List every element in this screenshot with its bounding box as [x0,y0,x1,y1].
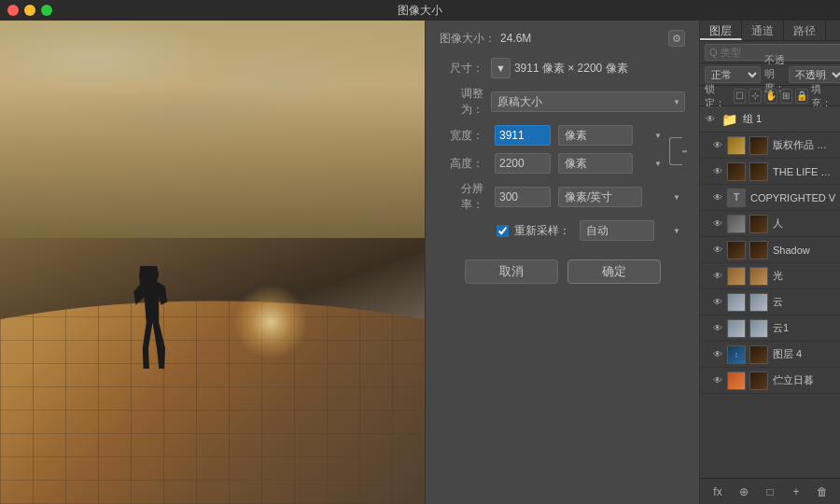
tab-paths[interactable]: 路径 [784,21,826,40]
thumb-group1: 📁 [720,110,738,129]
thumb-lifemold [727,162,746,181]
height-unit-wrapper: 像素 [558,153,666,174]
eye-icon-group1[interactable]: 👁 [704,113,717,126]
layer-name-sunset: 伫立日暮 [771,373,836,387]
thumb-copyrighted: T [727,189,746,207]
layers-lock-row: 锁定： ☐ ⊹ ✋ ⊞ 🔒 填充： [700,86,840,106]
layers-bottom: fx ⊕ □ + 🗑 [700,478,840,504]
height-unit-select[interactable]: 像素 [558,153,633,174]
thumb-shadow-mask [749,241,768,259]
resample-row: 重新采样： 自动 [440,220,685,241]
layer-name-shadow: Shadow [771,245,836,256]
ok-button[interactable]: 确定 [567,259,661,284]
layer-item-cloud1[interactable]: 👁 云1 [700,315,840,342]
eye-icon-lifemold[interactable]: 👁 [711,165,724,178]
proportional-link-icon [669,137,682,165]
wh-container: 宽度： 像素 高度： 像素 [440,125,685,181]
cloud-layer [0,21,425,262]
dialog-panel: 图像大小： 24.6M ⚙ 尺寸： ▼ 3911 像素 × 2200 像素 调整… [425,21,700,504]
resample-label: 重新采样： [514,223,570,239]
height-label: 高度： [440,156,491,172]
eye-icon-copyright[interactable]: 👁 [711,139,724,152]
eye-icon-cloud[interactable]: 👁 [711,296,724,309]
minimize-button[interactable] [24,5,35,16]
dim-label: 尺寸： [440,61,491,77]
eye-icon-cloud1[interactable]: 👁 [711,322,724,335]
layer-name-copyrighted: COPYRIGHTED V [749,192,836,203]
eye-icon-copyrighted[interactable]: 👁 [711,191,724,204]
lock-artboard-btn[interactable]: ⊞ [780,89,792,104]
fill-label: 填充： [811,82,835,110]
resample-checkbox[interactable] [497,225,509,237]
layer-name-copyright: 版权作品 拷贝 2 [771,138,836,152]
adjust-select-wrapper: 原稿大小 [491,91,685,112]
new-group-button[interactable]: □ [761,483,779,501]
new-layer-button[interactable]: + [787,483,805,501]
thumb-cloud1 [727,319,746,338]
eye-icon-sunset[interactable]: 👁 [711,374,724,387]
tab-channels[interactable]: 通道 [742,21,784,40]
eye-icon-layer4[interactable]: 👁 [711,348,724,361]
resample-mode-select[interactable]: 自动 [580,220,654,241]
layer-item-sunset[interactable]: 👁 伫立日暮 [700,368,840,394]
width-unit-select[interactable]: 像素 [558,125,633,146]
width-row: 宽度： 像素 [440,125,666,146]
eye-icon-shadow[interactable]: 👁 [711,244,724,257]
lock-all-btn[interactable]: 🔒 [795,89,808,104]
lock-transparency-btn[interactable]: ☐ [734,89,746,104]
dialog-header: 图像大小： 24.6M ⚙ [440,30,685,47]
layer-item-lifemold[interactable]: 👁 THE LIFE MOLD [700,159,840,185]
layer-name-cloud1: 云1 [771,321,836,335]
canvas-image [0,21,425,504]
adjust-row: 调整为： 原稿大小 [440,86,685,118]
width-label: 宽度： [440,128,491,144]
resolution-input[interactable] [495,187,551,207]
res-unit-select[interactable]: 像素/英寸 [558,187,642,207]
window-controls[interactable] [7,5,52,16]
layer-name-layer4: 图层 4 [771,347,836,361]
blend-mode-select[interactable]: 正常 [705,66,761,83]
layer-item-layer4[interactable]: 👁 ↕ 图层 4 [700,342,840,368]
width-input[interactable] [495,125,551,146]
tab-layers[interactable]: 图层 [700,21,742,40]
thumb-cloud1-mask [749,319,768,338]
thumb-sunset [727,371,746,390]
opacity-select[interactable]: 不透明度： [789,66,840,83]
eye-icon-light[interactable]: 👁 [711,270,724,283]
layer-item-cloud[interactable]: 👁 云 [700,289,840,315]
layer-item-copyrighted[interactable]: 👁 T COPYRIGHTED V [700,185,840,211]
layer-item-copyright[interactable]: 👁 版权作品 拷贝 2 [700,133,840,159]
layer-item-shadow[interactable]: 👁 Shadow [700,237,840,263]
height-input[interactable] [495,153,551,174]
dim-dropdown[interactable]: ▼ [491,58,511,78]
layer-item-person[interactable]: 👁 人 [700,211,840,237]
main-area: 图像大小： 24.6M ⚙ 尺寸： ▼ 3911 像素 × 2200 像素 调整… [0,21,840,504]
layer-item-light[interactable]: 👁 光 [700,263,840,289]
gear-button[interactable]: ⚙ [668,30,685,47]
layer-item-group1[interactable]: 👁 📁 组 1 [700,106,840,133]
adjust-select[interactable]: 原稿大小 [491,91,685,112]
dialog-buttons: 取消 确定 [440,259,685,284]
thumb-light [727,267,746,286]
size-value: 24.6M [500,32,531,45]
lock-paint-btn[interactable]: ⊹ [749,89,761,104]
thumb-layer4: ↕ [727,345,746,364]
thumb-shadow [727,241,746,259]
maximize-button[interactable] [41,5,52,16]
close-button[interactable] [7,5,19,16]
resample-mode-wrapper: 自动 [580,220,685,241]
wh-fields: 宽度： 像素 高度： 像素 [440,125,666,181]
thumb-lifemold-mask [749,162,768,181]
lock-move-btn[interactable]: ✋ [764,89,777,104]
add-mask-button[interactable]: ⊕ [735,483,753,501]
cancel-button[interactable]: 取消 [465,259,558,284]
fx-button[interactable]: fx [708,483,727,501]
adjust-label: 调整为： [440,86,491,118]
layer-name-person: 人 [771,217,836,231]
layers-tabs: 图层 通道 路径 [700,21,840,41]
eye-icon-person[interactable]: 👁 [711,217,724,231]
thumb-cloud-mask [749,293,768,312]
width-unit-wrapper: 像素 [558,125,666,146]
size-info: 图像大小： 24.6M [440,31,531,47]
delete-layer-button[interactable]: 🗑 [813,483,832,501]
